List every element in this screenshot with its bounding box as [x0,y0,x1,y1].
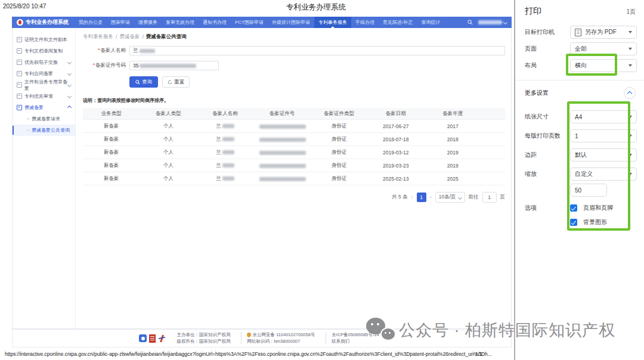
redacted-text [222,163,234,167]
breadcrumb-current: 费减备案公共查询 [146,33,187,41]
nav-item-procedures[interactable]: 手续办理 [351,17,379,28]
pages-select[interactable]: 全部 [570,42,637,55]
menu-icon [17,105,22,110]
sidebar-item-contract-filing[interactable]: 专利合同备案 [13,68,75,79]
print-header-title: 专利业务办理系统 [256,2,376,13]
margins-select[interactable]: 默认 [570,148,637,162]
table-row[interactable]: 新备案 个人 兰 身份证 2018-07-18 2018 [83,133,505,146]
collapse-chevron-icon[interactable] [624,87,636,99]
sidebar-subitem-label: 费减备案公共查询 [32,127,70,134]
search-icon[interactable] [467,20,473,25]
scale-label: 缩放 [525,170,570,178]
cert-number-input[interactable]: 35 [129,61,219,70]
page-number-button[interactable]: 1 [417,193,426,202]
print-footer-pagenum: 1/1 [475,351,482,357]
sidebar-item-priority-examination[interactable]: 专利优先审查 [13,91,75,102]
pagination: 共 5 条 ‹ 1 › 10条/页 前往 1 页 [83,192,505,203]
goto-page-input[interactable]: 1 [482,192,497,203]
sidebar-item-label: 专利文档查阅复制 [24,48,63,54]
table-row[interactable]: 新备案 个人 兰 身份证 2025-02-13 2025 [83,172,505,185]
headers-footers-checkbox[interactable] [570,204,577,212]
layout-label: 布局 [525,61,570,70]
pages-per-sheet-select[interactable]: 1 [570,129,637,142]
form-row-name: *备案人名称 兰 [83,46,505,55]
pages-per-sheet-label: 每版打印页数 [525,132,570,140]
caret-down-icon [628,116,632,118]
nav-item-national-application[interactable]: 国家申请 [107,17,134,28]
menu-icon [17,48,22,54]
col-name: 备案人名称 [197,108,253,120]
destination-label: 目标打印机 [525,28,570,36]
nav-item-notification[interactable]: 通知书办理 [199,17,231,28]
redacted-text [259,164,306,168]
form-row-id: *备案证件号码 35 [83,61,505,70]
sidebar-item-seal-filing[interactable]: 文件和业务专用章备案 [13,79,75,91]
redacted-text [259,138,306,142]
search-button[interactable]: 查询 [129,76,158,88]
breadcrumb-root[interactable]: 专利事务服务 [83,33,113,41]
nav-item-design-international[interactable]: 外观设计国际申请 [268,17,314,28]
sidebar-item-label: 费减备案 [24,104,44,111]
sidebar-item-fee-reduction-public-query[interactable]: 费减备案公共查询 [13,125,75,136]
table-row[interactable]: 新备案 个人 兰 身份证 2019-03-23 2019 [83,159,505,172]
page-size-select[interactable]: 10条/页 [435,192,465,203]
nav-item-opinion-statement[interactable]: 意见陈述/补正 [379,17,417,28]
menu-icon [17,37,22,42]
table-row[interactable]: 新备案 个人 兰 身份证 2017-06-27 2017 [83,120,505,133]
results-table: 业务类型 备案人类型 备案人名称 备案证件号 备案证件类型 备案日期 备案年度 [83,108,505,185]
scale-select[interactable]: 自定义 [570,167,637,181]
name-input[interactable]: 兰 [129,46,505,55]
redacted-text [222,150,234,154]
next-page-button[interactable]: › [430,194,432,200]
list-note: 说明：查询列表按照修改时间倒序排序。 [83,97,505,104]
background-graphics-checkbox[interactable] [570,219,577,226]
sidebar-item-fee-reduction[interactable]: 费减备案 [13,102,75,113]
breadcrumb: 专利事务服务 / 费减备案 / 费减备案公共查询 [83,33,505,41]
tree-dash [27,119,30,119]
breadcrumb-parent[interactable]: 费减备案 [119,33,140,41]
prev-page-button[interactable]: ‹ [411,194,413,200]
menu-icon [17,71,22,76]
redacted-text [140,64,196,68]
breadcrumb-separator: / [142,34,143,40]
caret-down-icon [628,64,632,67]
id-field-label: *备案证件号码 [83,62,126,69]
wechat-icon [366,318,394,343]
more-settings-label: 更多设置 [525,89,549,97]
print-dialog-header: 打印 1页 [515,0,644,17]
user-menu[interactable] [477,20,507,24]
paper-size-select[interactable]: A4 [570,110,637,123]
paper-size-row: 纸张尺寸 A4 [525,110,637,123]
col-cert-no: 备案证件号 [253,108,310,120]
chevron-down-icon [457,195,462,199]
paper-size-label: 纸张尺寸 [525,113,570,121]
scale-custom-input[interactable]: 50 [570,184,607,197]
more-settings-row[interactable]: 更多设置 [525,87,636,99]
nav-item-my-desk[interactable]: 我的办公桌 [75,17,107,28]
nav-item-fee-service[interactable]: 缴费服务 [134,17,162,28]
menu-icon [17,94,22,99]
redacted-text [222,137,234,141]
webpage-preview: 专利业务办理系统 我的办公桌 国家申请 缴费服务 复审无效办理 通知书办理 PC… [12,17,512,347]
nav-right-area [467,20,512,25]
nav-item-reexamination[interactable]: 复审无效办理 [162,17,199,28]
cnipa-brand-icon [17,19,23,26]
sidebar-item-priority-exchange[interactable]: 优先权电子交换 [13,57,75,68]
reset-button[interactable]: 重置 [162,76,190,88]
col-cert-type: 备案证件类型 [311,108,367,120]
sidebar-item-fee-reduction-request[interactable]: 费减备案请求 [13,113,75,125]
chevron-down-icon [67,72,72,76]
layout-row: 布局 横向 [525,59,637,72]
table-row[interactable]: 新备案 个人 兰 身份证 2019-03-12 2019 [83,146,505,159]
layout-select[interactable]: 横向 [570,59,637,72]
sidebar-item-document-copy[interactable]: 专利文档查阅复制 [13,45,75,57]
nav-item-patent-affairs[interactable]: 专利事务服务 [314,17,351,28]
destination-select[interactable]: 另存为 PDF [570,26,637,39]
nav-item-query-statistics[interactable]: 查询统计 [417,17,444,28]
breadcrumb-separator: / [116,34,117,40]
margins-row: 边距 默认 [525,148,637,162]
nav-item-pct[interactable]: PCT国际申请 [231,17,268,28]
watermark-text: 公众号 · 柏斯特国际知识产权 [399,319,615,341]
background-graphics-label: 背景图形 [583,218,607,226]
sidebar-item-certificates[interactable]: 证明文件和文件副本 [13,34,75,45]
